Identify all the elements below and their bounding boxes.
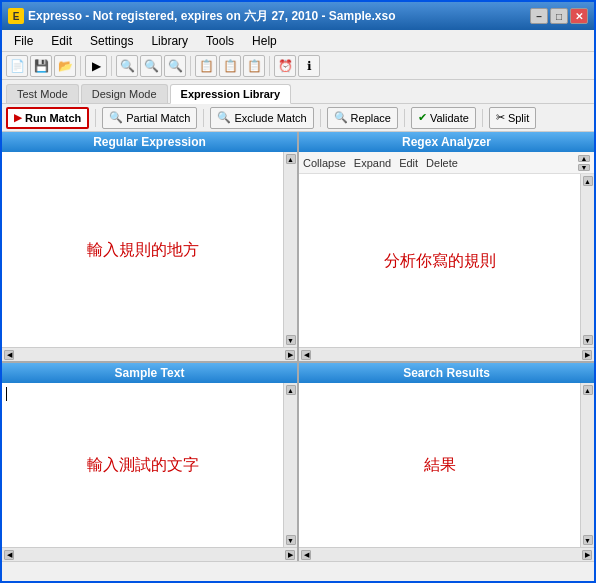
split-icon: ✂	[496, 111, 505, 124]
results-body-wrapper: 結果 ▲ ▼	[299, 383, 594, 547]
exclude-match-label: Exclude Match	[234, 112, 306, 124]
menu-help[interactable]: Help	[244, 32, 285, 50]
tab-expression-library[interactable]: Expression Library	[170, 84, 292, 104]
open-button[interactable]: 📂	[54, 55, 76, 77]
text-cursor	[6, 387, 7, 401]
results-display-area: 結果	[299, 383, 580, 547]
search-btn-2[interactable]: 🔍	[140, 55, 162, 77]
sample-text-panel: Sample Text 輸入測試的文字 ▲ ▼ ◀ ▶	[2, 363, 297, 561]
analyzer-vscrollbar[interactable]: ▲ ▼	[580, 174, 594, 347]
search-btn-3[interactable]: 🔍	[164, 55, 186, 77]
top-panels: Regular Expression 輸入規則的地方 ▲ ▼ ◀ ▶	[2, 132, 594, 361]
menu-bar: File Edit Settings Library Tools Help	[2, 30, 594, 52]
clip-btn-2[interactable]: 📋	[219, 55, 241, 77]
regex-scroll-left[interactable]: ◀	[4, 350, 14, 360]
analyzer-display-area[interactable]: 分析你寫的規則	[299, 174, 580, 347]
regex-hscrollbar[interactable]: ◀ ▶	[2, 347, 297, 361]
toolbar-sep-3	[190, 56, 191, 76]
run-button[interactable]: ▶	[85, 55, 107, 77]
collapse-button[interactable]: Collapse	[303, 157, 346, 169]
results-header: Search Results	[299, 363, 594, 383]
clip-btn-1[interactable]: 📋	[195, 55, 217, 77]
window-title: Expresso - Not registered, expires on 六月…	[28, 8, 395, 25]
toolbar-sep-4	[269, 56, 270, 76]
sample-vscrollbar[interactable]: ▲ ▼	[283, 383, 297, 547]
sample-text-input[interactable]: 輸入測試的文字	[2, 383, 283, 547]
bottom-panels: Sample Text 輸入測試的文字 ▲ ▼ ◀ ▶	[2, 361, 594, 561]
exclude-match-icon: 🔍	[217, 111, 231, 124]
analyzer-panel-header: Regex Analyzer	[299, 132, 594, 152]
regex-panel-body-wrapper: 輸入規則的地方 ▲ ▼	[2, 152, 297, 347]
expand-button[interactable]: Expand	[354, 157, 391, 169]
delete-button[interactable]: Delete	[426, 157, 458, 169]
analyzer-placeholder: 分析你寫的規則	[384, 250, 496, 271]
exclude-match-button[interactable]: 🔍 Exclude Match	[210, 107, 313, 129]
analyzer-toolbar: Collapse Expand Edit Delete ▲ ▼	[299, 152, 594, 174]
analyzer-scroll-arrows: ▲ ▼	[578, 155, 590, 171]
regex-scroll-right[interactable]: ▶	[285, 350, 295, 360]
results-vscroll-down[interactable]: ▼	[583, 535, 593, 545]
validate-button[interactable]: ✔ Validate	[411, 107, 476, 129]
menu-tools[interactable]: Tools	[198, 32, 242, 50]
minimize-button[interactable]: –	[530, 8, 548, 24]
mode-sep-1	[95, 109, 96, 127]
validate-icon: ✔	[418, 111, 427, 124]
analyzer-scroll-left[interactable]: ◀	[301, 350, 311, 360]
results-vscroll-up[interactable]: ▲	[583, 385, 593, 395]
results-placeholder: 結果	[424, 455, 456, 476]
mode-sep-2	[203, 109, 204, 127]
analyzer-vscroll-down[interactable]: ▼	[583, 335, 593, 345]
timer-button[interactable]: ⏰	[274, 55, 296, 77]
search-btn-1[interactable]: 🔍	[116, 55, 138, 77]
main-toolbar: 📄 💾 📂 ▶ 🔍 🔍 🔍 📋 📋 📋 ⏰ ℹ	[2, 52, 594, 80]
maximize-button[interactable]: □	[550, 8, 568, 24]
mode-toolbar: ▶ Run Match 🔍 Partial Match 🔍 Exclude Ma…	[2, 104, 594, 132]
title-bar-left: E Expresso - Not registered, expires on …	[8, 8, 395, 25]
menu-settings[interactable]: Settings	[82, 32, 141, 50]
split-button[interactable]: ✂ Split	[489, 107, 536, 129]
analyzer-vscroll-up[interactable]: ▲	[583, 176, 593, 186]
save-button[interactable]: 💾	[30, 55, 52, 77]
sample-vscroll-down[interactable]: ▼	[286, 535, 296, 545]
analyzer-scroll-right[interactable]: ▶	[582, 350, 592, 360]
results-scroll-left[interactable]: ◀	[301, 550, 311, 560]
regex-scroll-down[interactable]: ▼	[286, 335, 296, 345]
results-hscrollbar[interactable]: ◀ ▶	[299, 547, 594, 561]
title-bar: E Expresso - Not registered, expires on …	[2, 2, 594, 30]
edit-button[interactable]: Edit	[399, 157, 418, 169]
tab-test-mode[interactable]: Test Mode	[6, 84, 79, 103]
app-icon: E	[8, 8, 24, 24]
sample-scroll-right[interactable]: ▶	[285, 550, 295, 560]
menu-library[interactable]: Library	[143, 32, 196, 50]
sample-vscroll-up[interactable]: ▲	[286, 385, 296, 395]
sample-scroll-left[interactable]: ◀	[4, 550, 14, 560]
new-button[interactable]: 📄	[6, 55, 28, 77]
analyzer-scroll-down[interactable]: ▼	[578, 164, 590, 171]
results-vscrollbar[interactable]: ▲ ▼	[580, 383, 594, 547]
regex-input-area[interactable]: 輸入規則的地方	[2, 152, 283, 347]
analyzer-hscrollbar[interactable]: ◀ ▶	[299, 347, 594, 361]
menu-file[interactable]: File	[6, 32, 41, 50]
regex-vscrollbar[interactable]: ▲ ▼	[283, 152, 297, 347]
replace-button[interactable]: 🔍 Replace	[327, 107, 398, 129]
regex-panel-header: Regular Expression	[2, 132, 297, 152]
toolbar-sep-2	[111, 56, 112, 76]
mode-sep-5	[482, 109, 483, 127]
tabs-bar: Test Mode Design Mode Expression Library	[2, 80, 594, 104]
sample-hscrollbar[interactable]: ◀ ▶	[2, 547, 297, 561]
results-scroll-right[interactable]: ▶	[582, 550, 592, 560]
clip-btn-3[interactable]: 📋	[243, 55, 265, 77]
partial-match-label: Partial Match	[126, 112, 190, 124]
main-content: Regular Expression 輸入規則的地方 ▲ ▼ ◀ ▶	[2, 132, 594, 561]
tab-design-mode[interactable]: Design Mode	[81, 84, 168, 103]
partial-match-button[interactable]: 🔍 Partial Match	[102, 107, 197, 129]
run-match-button[interactable]: ▶ Run Match	[6, 107, 89, 129]
mode-sep-3	[320, 109, 321, 127]
analyzer-scroll-up[interactable]: ▲	[578, 155, 590, 162]
close-button[interactable]: ✕	[570, 8, 588, 24]
regex-scroll-up[interactable]: ▲	[286, 154, 296, 164]
menu-edit[interactable]: Edit	[43, 32, 80, 50]
results-panel: Search Results 結果 ▲ ▼ ◀ ▶	[297, 363, 594, 561]
info-button[interactable]: ℹ	[298, 55, 320, 77]
sample-text-header: Sample Text	[2, 363, 297, 383]
